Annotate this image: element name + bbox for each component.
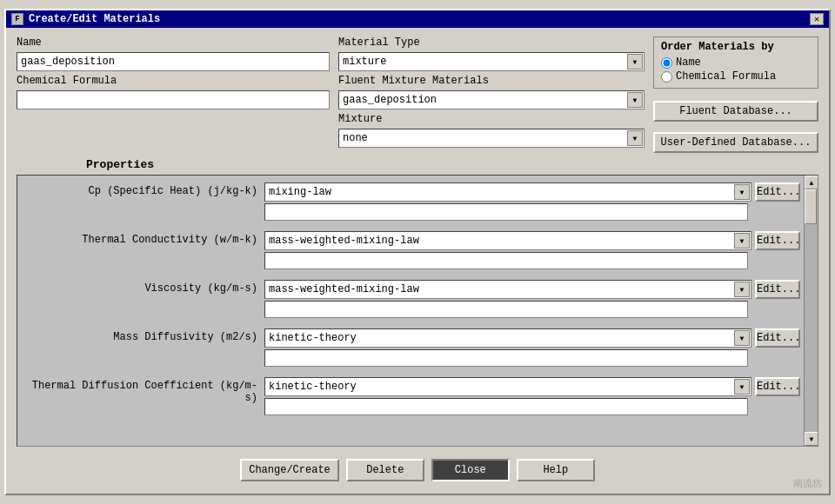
property-select-row-cp: mixing-law ▼ Edit...: [264, 182, 800, 202]
order-name-label: Name: [676, 56, 701, 69]
chemical-formula-label: Chemical Formula: [17, 75, 330, 87]
window-icon: F: [11, 13, 23, 25]
bottom-buttons-row: Change/Create Delete Close Help: [17, 452, 818, 485]
property-name-thermal-diff: Thermal Diffusion Coefficient (kg/m-s): [21, 377, 264, 404]
chemical-formula-input[interactable]: [17, 90, 330, 109]
list-item: Mass Diffusivity (m2/s) kinetic-theory ▼…: [21, 328, 800, 367]
thermal-diff-input-row: [264, 398, 800, 415]
thermal-diff-value-input[interactable]: [264, 398, 748, 415]
thermal-cond-input-row: [264, 252, 800, 269]
order-formula-radio[interactable]: [661, 71, 672, 83]
scroll-track: [805, 189, 818, 432]
property-name-viscosity: Viscosity (kg/m-s): [21, 280, 264, 295]
list-item: Viscosity (kg/m-s) mass-weighted-mixing-…: [21, 280, 800, 318]
fluent-database-button[interactable]: Fluent Database...: [653, 101, 818, 122]
mass-diff-value-input[interactable]: [264, 349, 748, 367]
scroll-up-button[interactable]: ▲: [805, 176, 818, 189]
order-name-radio[interactable]: [661, 57, 672, 69]
property-controls-cp: mixing-law ▼ Edit...: [264, 182, 800, 221]
property-name-mass-diff: Mass Diffusivity (m2/s): [21, 328, 264, 343]
fluent-mixture-select[interactable]: gaas_deposition: [338, 90, 645, 109]
thermal-cond-select-wrapper: mass-weighted-mixing-law ▼: [264, 231, 752, 250]
main-window: F Create/Edit Materials ✕ Name Chemical …: [4, 9, 831, 495]
fluent-mixture-label: Fluent Mixture Materials: [338, 75, 645, 87]
close-icon[interactable]: ✕: [810, 13, 824, 25]
viscosity-select-wrapper: mass-weighted-mixing-law ▼: [264, 280, 752, 299]
cp-method-select[interactable]: mixing-law: [264, 182, 752, 202]
properties-container: Cp (Specific Heat) (j/kg-k) mixing-law ▼…: [17, 175, 818, 447]
delete-button[interactable]: Delete: [346, 459, 424, 481]
help-button[interactable]: Help: [517, 459, 595, 481]
property-controls-thermal-cond: mass-weighted-mixing-law ▼ Edit...: [264, 231, 800, 269]
name-label: Name: [17, 36, 330, 49]
material-type-select[interactable]: mixture fluid solid: [338, 52, 645, 71]
scroll-down-button[interactable]: ▼: [805, 432, 818, 446]
fluent-mixture-wrapper: gaas_deposition ▼: [338, 90, 645, 109]
left-top-section: Name Chemical Formula: [17, 36, 330, 109]
material-type-wrapper: mixture fluid solid ▼: [338, 52, 645, 71]
properties-inner: Cp (Specific Heat) (j/kg-k) mixing-law ▼…: [17, 176, 804, 446]
property-select-row-thermal-cond: mass-weighted-mixing-law ▼ Edit...: [264, 231, 800, 250]
list-item: Thermal Conductivity (w/m-k) mass-weight…: [21, 231, 800, 269]
watermark: 南流坊: [793, 477, 822, 490]
order-name-row: Name: [661, 56, 811, 69]
close-button[interactable]: Close: [431, 459, 510, 481]
property-select-row-viscosity: mass-weighted-mixing-law ▼ Edit...: [264, 280, 800, 299]
window-body: Name Chemical Formula Material Type mixt…: [6, 28, 829, 494]
mass-diff-edit-button[interactable]: Edit...: [755, 328, 800, 348]
order-by-label: Order Materials by: [661, 41, 811, 53]
middle-top-section: Material Type mixture fluid solid ▼ Flue…: [338, 36, 645, 148]
thermal-diff-select-wrapper: kinetic-theory ▼: [264, 377, 752, 396]
list-item: Cp (Specific Heat) (j/kg-k) mixing-law ▼…: [21, 182, 800, 221]
right-top-section: Order Materials by Name Chemical Formula…: [653, 36, 818, 153]
thermal-cond-method-select[interactable]: mass-weighted-mixing-law: [264, 231, 752, 250]
thermal-diff-method-select[interactable]: kinetic-theory: [264, 377, 752, 396]
viscosity-method-select[interactable]: mass-weighted-mixing-law: [264, 280, 752, 299]
mixture-wrapper: none ▼: [338, 129, 645, 148]
viscosity-input-row: [264, 301, 800, 318]
list-item: Thermal Diffusion Coefficient (kg/m-s) k…: [21, 377, 800, 415]
thermal-cond-edit-button[interactable]: Edit...: [755, 231, 800, 250]
property-controls-viscosity: mass-weighted-mixing-law ▼ Edit...: [264, 280, 800, 318]
viscosity-value-input[interactable]: [264, 301, 748, 318]
top-section: Name Chemical Formula Material Type mixt…: [17, 36, 818, 153]
mass-diff-input-row: [264, 349, 800, 367]
viscosity-edit-button[interactable]: Edit...: [755, 280, 800, 299]
property-controls-mass-diff: kinetic-theory ▼ Edit...: [264, 328, 800, 367]
property-name-thermal-cond: Thermal Conductivity (w/m-k): [21, 231, 264, 246]
cp-edit-button[interactable]: Edit...: [755, 182, 800, 202]
user-defined-database-button[interactable]: User-Defined Database...: [653, 132, 818, 153]
cp-value-input[interactable]: [264, 203, 748, 221]
order-formula-label: Chemical Formula: [676, 70, 776, 83]
thermal-cond-value-input[interactable]: [264, 252, 748, 269]
mixture-select[interactable]: none: [338, 129, 645, 148]
property-select-row-mass-diff: kinetic-theory ▼ Edit...: [264, 328, 800, 348]
mass-diff-select-wrapper: kinetic-theory ▼: [264, 328, 752, 348]
property-select-row-thermal-diff: kinetic-theory ▼ Edit...: [264, 377, 800, 396]
properties-scrollbar[interactable]: ▲ ▼: [804, 176, 818, 446]
mixture-label: Mixture: [338, 113, 645, 125]
order-formula-row: Chemical Formula: [661, 70, 811, 83]
property-controls-thermal-diff: kinetic-theory ▼ Edit...: [264, 377, 800, 415]
thermal-diff-edit-button[interactable]: Edit...: [755, 377, 800, 396]
mass-diff-method-select[interactable]: kinetic-theory: [264, 328, 752, 348]
cp-input-row: [264, 203, 800, 221]
properties-section: Properties Cp (Specific Heat) (j/kg-k) m…: [17, 158, 818, 447]
cp-select-wrapper: mixing-law ▼: [264, 182, 752, 202]
scroll-thumb[interactable]: [805, 189, 817, 224]
order-by-group: Order Materials by Name Chemical Formula: [653, 36, 818, 89]
properties-label: Properties: [86, 158, 818, 171]
window-title: Create/Edit Materials: [29, 13, 160, 25]
change-create-button[interactable]: Change/Create: [240, 459, 339, 481]
title-bar: F Create/Edit Materials ✕: [6, 10, 829, 28]
name-input[interactable]: [17, 52, 330, 71]
property-name-cp: Cp (Specific Heat) (j/kg-k): [21, 182, 264, 197]
material-type-label: Material Type: [338, 36, 645, 49]
